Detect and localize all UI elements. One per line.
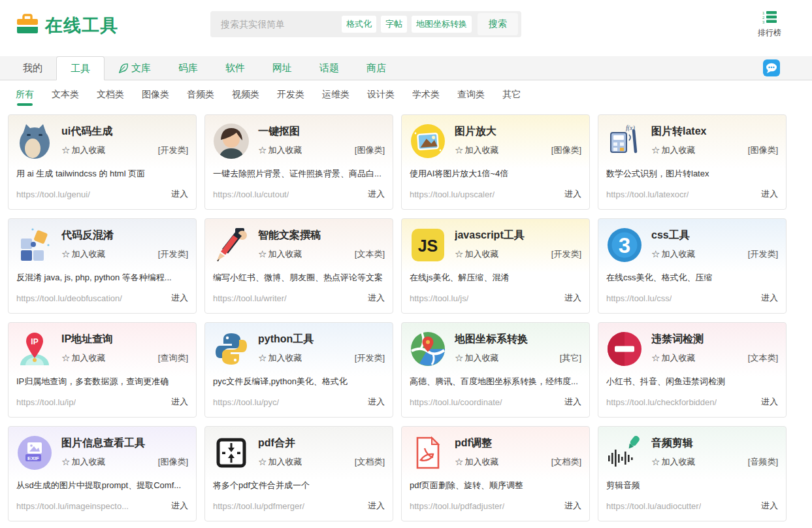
favorite-button[interactable]: ☆ 加入收藏 (61, 456, 105, 468)
tool-card[interactable]: f(x) 图片转latex ☆ 加入收藏 [图像类] 数学公式识别，图片转lat… (598, 114, 787, 210)
tool-url[interactable]: https://tool.lu/coordinate/ (410, 397, 502, 407)
favorite-button[interactable]: ☆ 加入收藏 (61, 248, 105, 260)
favorite-button[interactable]: ☆ 加入收藏 (651, 144, 695, 156)
tool-card[interactable]: 一键抠图 ☆ 加入收藏 [图像类] 一键去除照片背景、证件照换背景、商品白...… (204, 114, 393, 210)
ranking-button[interactable]: 1 2 3 排行榜 (758, 10, 781, 39)
tab-item[interactable]: 商店 (353, 56, 400, 80)
category-item[interactable]: 图像类 (142, 89, 169, 106)
tool-url[interactable]: https://tool.lu/deobfuscation/ (16, 293, 122, 303)
tool-url[interactable]: https://tool.lu/js/ (410, 293, 468, 303)
tool-card[interactable]: pdf合并 ☆ 加入收藏 [文档类] 将多个pdf文件合并成一个 https:/… (204, 426, 393, 521)
tool-title: 智能文案撰稿 (258, 227, 385, 242)
chat-button[interactable] (763, 59, 780, 76)
enter-link[interactable]: 进入 (564, 292, 581, 304)
tool-card[interactable]: IP IP地址查询 ☆ 加入收藏 [查询类] IP归属地查询，多套数据源，查询更… (8, 322, 197, 418)
hot-tag[interactable]: 格式化 (342, 16, 376, 33)
svg-text:3: 3 (762, 20, 765, 24)
tab-item[interactable]: 码库 (165, 56, 212, 80)
enter-link[interactable]: 进入 (368, 292, 385, 304)
favorite-button[interactable]: ☆ 加入收藏 (651, 456, 695, 468)
favorite-button[interactable]: ☆ 加入收藏 (651, 352, 695, 364)
search-input[interactable] (219, 18, 337, 30)
enter-link[interactable]: 进入 (171, 396, 188, 408)
enter-link[interactable]: 进入 (564, 500, 581, 512)
enter-link[interactable]: 进入 (368, 188, 385, 200)
hot-tag[interactable]: 地图坐标转换 (412, 16, 472, 33)
favorite-button[interactable]: ☆ 加入收藏 (61, 352, 105, 364)
tool-url[interactable]: https://tool.lu/latexocr/ (606, 190, 689, 199)
category-item[interactable]: 开发类 (277, 89, 304, 106)
star-icon: ☆ (61, 456, 70, 468)
enter-link[interactable]: 进入 (368, 396, 385, 408)
favorite-button[interactable]: ☆ 加入收藏 (258, 456, 302, 468)
enter-link[interactable]: 进入 (171, 292, 188, 304)
tool-title: 代码反混淆 (61, 227, 188, 242)
enter-link[interactable]: 进入 (171, 188, 188, 200)
category-item[interactable]: 查询类 (457, 89, 485, 106)
tool-card[interactable]: 图片放大 ☆ 加入收藏 [图像类] 使用AI将图片放大1倍~4倍 https:/… (401, 114, 590, 210)
enter-link[interactable]: 进入 (564, 396, 581, 408)
category-item[interactable]: 文本类 (52, 89, 79, 106)
tool-url[interactable]: https://tool.lu/ip/ (16, 397, 76, 407)
chat-icon (763, 67, 780, 78)
category-item[interactable]: 所有 (16, 89, 34, 106)
tool-url[interactable]: https://tool.lu/pyc/ (213, 397, 279, 407)
tool-card[interactable]: 音频剪辑 ☆ 加入收藏 [音频类] 剪辑音频 https://tool.lu/a… (598, 426, 787, 521)
enter-link[interactable]: 进入 (761, 396, 778, 408)
tool-description: pdf页面删除、旋转、顺序调整 (410, 480, 581, 491)
tool-url[interactable]: https://tool.lu/upscaler/ (410, 190, 495, 199)
enter-link[interactable]: 进入 (761, 292, 778, 304)
favorite-button[interactable]: ☆ 加入收藏 (258, 352, 302, 364)
category-item[interactable]: 学术类 (412, 89, 440, 106)
tab-item[interactable]: 软件 (212, 56, 259, 80)
search-button[interactable]: 搜索 (478, 13, 518, 35)
tool-card[interactable]: 违禁词检测 ☆ 加入收藏 [文本类] 小红书、抖音、闲鱼违禁词检测 https:… (598, 322, 787, 418)
favorite-button[interactable]: ☆ 加入收藏 (455, 456, 498, 468)
tool-card[interactable]: 地图坐标系转换 ☆ 加入收藏 [其它] 高德、腾讯、百度地图坐标系转换，经纬度.… (401, 322, 590, 418)
tab-item[interactable]: 工具 (56, 56, 105, 80)
category-item[interactable]: 设计类 (367, 89, 395, 106)
tool-url[interactable]: https://tool.lu/cutout/ (213, 190, 289, 199)
tool-card[interactable]: JS javascript工具 ☆ 加入收藏 [开发类] 在线js美化、解压缩、… (401, 218, 590, 314)
tool-url[interactable]: https://tool.lu/imageinspecto... (16, 501, 129, 511)
favorite-button[interactable]: ☆ 加入收藏 (651, 248, 695, 260)
favorite-button[interactable]: ☆ 加入收藏 (455, 144, 498, 156)
tool-card[interactable]: ui代码生成 ☆ 加入收藏 [开发类] 用 ai 生成 tailwindcss … (8, 114, 197, 210)
enter-link[interactable]: 进入 (171, 500, 188, 512)
category-item[interactable]: 视频类 (232, 89, 259, 106)
tab-item[interactable]: 话题 (306, 56, 353, 80)
enter-link[interactable]: 进入 (761, 500, 778, 512)
tool-card[interactable]: 代码反混淆 ☆ 加入收藏 [开发类] 反混淆 java, js, php, py… (8, 218, 197, 314)
tool-url[interactable]: https://tool.lu/genui/ (16, 190, 90, 199)
tool-card[interactable]: EXIF 图片信息查看工具 ☆ 加入收藏 [图像类] 从sd生成的图片中提取pr… (8, 426, 197, 521)
favorite-button[interactable]: ☆ 加入收藏 (258, 144, 302, 156)
tab-item[interactable]: 我的 (9, 56, 56, 80)
category-item[interactable]: 运维类 (322, 89, 349, 106)
tool-url[interactable]: https://tool.lu/audiocutter/ (606, 501, 701, 511)
tool-description: 在线css美化、格式化、压缩 (606, 272, 778, 284)
favorite-button[interactable]: ☆ 加入收藏 (455, 352, 498, 364)
tool-url[interactable]: https://tool.lu/pdfmerger/ (213, 501, 304, 511)
tool-description: 反混淆 java, js, php, python 等各种编程... (16, 272, 188, 284)
favorite-button[interactable]: ☆ 加入收藏 (61, 144, 105, 156)
tool-url[interactable]: https://tool.lu/checkforbidden/ (606, 397, 717, 407)
tool-url[interactable]: https://tool.lu/pdfadjuster/ (410, 501, 504, 511)
enter-link[interactable]: 进入 (368, 500, 385, 512)
favorite-button[interactable]: ☆ 加入收藏 (455, 248, 498, 260)
tool-card[interactable]: 3 css工具 ☆ 加入收藏 [开发类] 在线css美化、格式化、压缩 http… (598, 218, 787, 314)
tab-item[interactable]: 文库 (105, 56, 165, 80)
tool-url[interactable]: https://tool.lu/css/ (606, 293, 672, 303)
tab-item[interactable]: 网址 (259, 56, 306, 80)
hot-tag[interactable]: 字帖 (381, 16, 407, 33)
enter-link[interactable]: 进入 (761, 188, 778, 200)
category-item[interactable]: 音频类 (187, 89, 214, 106)
favorite-button[interactable]: ☆ 加入收藏 (258, 248, 302, 260)
enter-link[interactable]: 进入 (564, 188, 581, 200)
tool-card[interactable]: python工具 ☆ 加入收藏 [开发类] pyc文件反编译,python美化、… (204, 322, 393, 418)
brand-logo[interactable]: 在线工具 (16, 14, 118, 37)
tool-url[interactable]: https://tool.lu/writer/ (213, 293, 287, 303)
category-item[interactable]: 文档类 (97, 89, 124, 106)
tool-card[interactable]: 智能文案撰稿 ☆ 加入收藏 [文本类] 编写小红书、微博、朋友圈、热点评论等文案… (204, 218, 393, 314)
tool-card[interactable]: pdf调整 ☆ 加入收藏 [文档类] pdf页面删除、旋转、顺序调整 https… (401, 426, 590, 521)
category-item[interactable]: 其它 (502, 89, 521, 106)
